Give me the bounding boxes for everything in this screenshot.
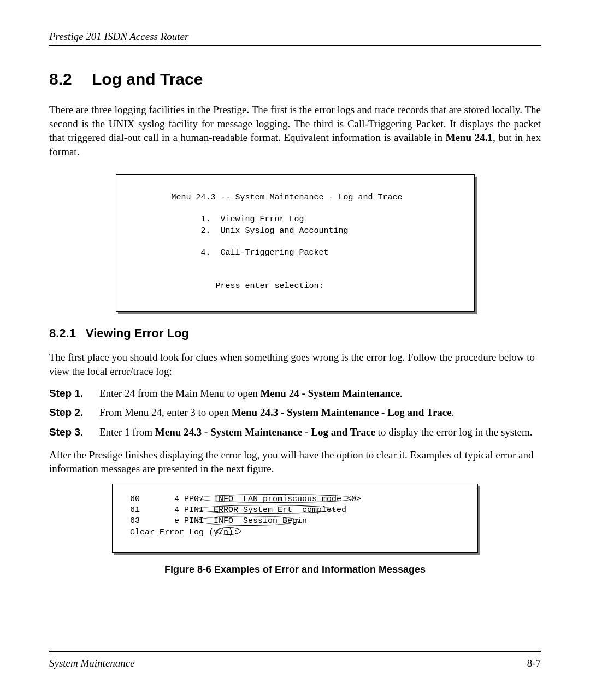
step-bold: Menu 24.3 - System Maintenance - Log and…	[155, 426, 375, 438]
step-pre: Enter 1 from	[99, 426, 155, 438]
after-steps-para: After the Prestige finishes displaying t…	[49, 448, 541, 476]
errorlog-box-wrap: 60 4 PP07 INFO LAN promiscuous mode <0> …	[49, 484, 541, 553]
step-bold: Menu 24.3 - System Maintenance - Log and…	[232, 407, 452, 418]
step-text: From Menu 24, enter 3 to open Menu 24.3 …	[99, 405, 541, 420]
step-text: Enter 24 from the Main Menu to open Menu…	[99, 386, 541, 401]
step-label: Step 3.	[49, 425, 99, 439]
errorlog-box: 60 4 PP07 INFO LAN promiscuous mode <0> …	[112, 484, 478, 553]
section-number: 8.2	[49, 70, 92, 89]
step-pre: Enter 24 from the Main Menu to open	[99, 387, 260, 399]
menu-line-1: Menu 24.3 -- System Maintenance - Log an…	[127, 193, 403, 202]
step-row: Step 3. Enter 1 from Menu 24.3 - System …	[49, 425, 541, 439]
step-post: to display the error log in the system.	[375, 426, 533, 438]
step-row: Step 1. Enter 24 from the Main Menu to o…	[49, 386, 541, 401]
subsection-title: 8.2.1Viewing Error Log	[49, 326, 541, 340]
section-heading: Log and Trace	[92, 70, 203, 89]
errorlog-row: 60 4 PP07 INFO LAN promiscuous mode <0>	[130, 494, 468, 505]
page-header: Prestige 201 ISDN Access Router	[49, 31, 541, 46]
menu-line-5: 4. Call-Triggering Packet	[127, 248, 329, 257]
step-label: Step 2.	[49, 405, 99, 420]
subsection-heading: Viewing Error Log	[86, 326, 189, 340]
footer-right: 8-7	[527, 657, 541, 669]
footer-left: System Maintenance	[49, 657, 135, 669]
menu-line-3: 2. Unix Syslog and Accounting	[127, 226, 349, 236]
steps-list: Step 1. Enter 24 from the Main Menu to o…	[49, 386, 541, 439]
step-pre: From Menu 24, enter 3 to open	[99, 407, 232, 418]
section-title: 8.2 Log and Trace	[49, 70, 541, 89]
step-text: Enter 1 from Menu 24.3 - System Maintena…	[99, 425, 541, 439]
errorlog-row: 63 e PINI INFO Session Begin	[130, 516, 468, 527]
header-title: Prestige 201 ISDN Access Router	[49, 31, 188, 42]
subsection-lead: The first place you should look for clue…	[49, 350, 541, 378]
page-footer: System Maintenance 8-7	[49, 651, 541, 669]
step-row: Step 2. From Menu 24, enter 3 to open Me…	[49, 405, 541, 420]
errorlog-row: Clear Error Log (y/n):	[130, 527, 468, 538]
step-label: Step 1.	[49, 386, 99, 401]
menu-box-wrap: Menu 24.3 -- System Maintenance - Log an…	[49, 174, 541, 313]
subsection-number: 8.2.1	[49, 326, 76, 340]
figure-caption: Figure 8-6 Examples of Error and Informa…	[49, 564, 541, 575]
errorlog-row: 61 4 PINI ERROR System Ert completed	[130, 505, 468, 516]
menu-box: Menu 24.3 -- System Maintenance - Log an…	[116, 174, 475, 313]
intro-bold: Menu 24.1	[446, 132, 493, 143]
step-post: .	[452, 407, 455, 418]
menu-line-2: 1. Viewing Error Log	[127, 215, 304, 224]
step-bold: Menu 24 - System Maintenance	[260, 387, 399, 399]
step-post: .	[400, 387, 403, 399]
menu-line-8: Press enter selection:	[127, 281, 324, 291]
section-intro: There are three logging facilities in th…	[49, 103, 541, 159]
